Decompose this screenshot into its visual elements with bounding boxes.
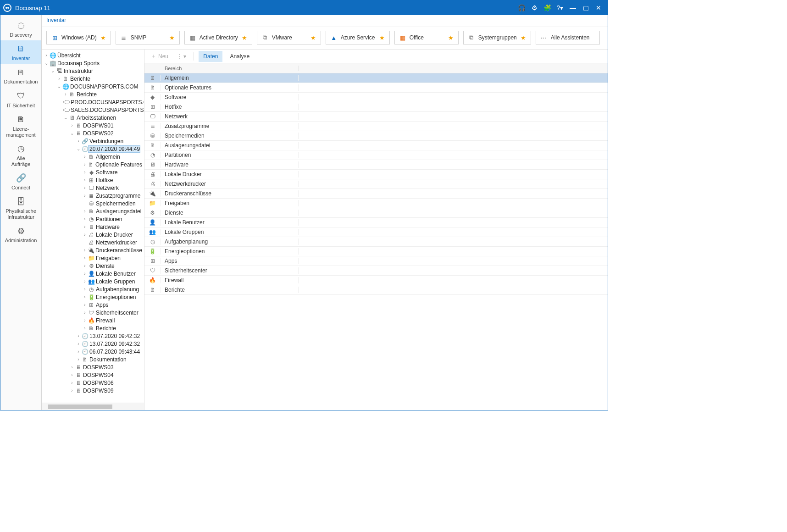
assistant-card-windows-ad[interactable]: ⊞Windows (AD)★ — [46, 31, 111, 44]
assistant-card-vmware[interactable]: ⧉VMware★ — [257, 31, 321, 44]
grid-row[interactable]: 🗎Berichte — [144, 285, 608, 295]
collapse-icon[interactable]: ⌄ — [56, 84, 62, 89]
gear-icon[interactable]: ⚙ — [528, 0, 541, 15]
tree-node[interactable]: ›🗎Allgemein — [44, 153, 144, 161]
tab-analyse[interactable]: Analyse — [225, 51, 254, 62]
tree-node[interactable]: ⌄🌐DOCUSNAPSPORTS.COM — [44, 83, 144, 90]
tree-node[interactable]: ›🖥DOSPWS01 — [44, 122, 144, 129]
tree-node[interactable]: ⌄🖥DOSPWS02 — [44, 129, 144, 137]
grid-row[interactable]: 🛡Sicherheitscenter — [144, 266, 608, 276]
star-icon[interactable]: ★ — [521, 34, 526, 41]
expand-icon[interactable]: › — [82, 193, 88, 198]
tree-node[interactable]: ⌄🕘20.07.2020 09:44:49 — [44, 145, 144, 153]
assistant-card-azure[interactable]: ▲Azure Service★ — [326, 31, 390, 44]
tree-node[interactable]: ›🔌Druckeranschlüsse — [44, 246, 144, 254]
grid-row[interactable]: ◷Aufgabenplanung — [144, 237, 608, 247]
expand-icon[interactable]: › — [82, 216, 88, 222]
nav-item-auftraege[interactable]: ◷Alle Aufträge — [0, 140, 41, 170]
tree-node[interactable]: ›🖥DOSPWS04 — [44, 371, 144, 379]
grid-row[interactable]: 🗎Auslagerungsdatei — [144, 141, 608, 150]
tree-node[interactable]: ›🖥Hardware — [44, 223, 144, 231]
tree-node[interactable]: ›⚙Dienste — [44, 262, 144, 270]
grid-row[interactable]: 👤Lokale Benutzer — [144, 218, 608, 227]
assistant-card-office[interactable]: ▦Office★ — [394, 31, 459, 44]
expand-icon[interactable]: › — [76, 341, 81, 346]
tree-node[interactable]: ›🗎Auslagerungsdatei — [44, 207, 144, 215]
tree-node[interactable]: ⌄🏢Docusnap Sports — [44, 59, 144, 67]
tree-node[interactable]: 🖨Netzwerkdrucker — [44, 238, 144, 246]
tree-node[interactable]: ›◔Partitionen — [44, 215, 144, 223]
tree-node[interactable]: ›🗎Dokumentation — [44, 355, 144, 363]
grid-row[interactable]: ⚙Dienste — [144, 208, 608, 218]
new-button[interactable]: ＋ Neu — [148, 50, 171, 62]
tree-node[interactable]: ›🔥Firewall — [44, 316, 144, 324]
tree-node[interactable]: ›🕘06.07.2020 09:43:44 — [44, 348, 144, 355]
tree-node[interactable]: ›🔋Energieoptionen — [44, 293, 144, 301]
assistant-card-snmp[interactable]: ≣SNMP★ — [116, 31, 180, 44]
tree-horizontal-scrollbar[interactable] — [42, 403, 144, 410]
expand-icon[interactable]: › — [82, 318, 88, 323]
assistant-card-sysgrp[interactable]: ⧉Systemgruppen★ — [463, 31, 531, 44]
grid-row[interactable]: 🖥Hardware — [144, 160, 608, 170]
help-icon[interactable]: ?▾ — [554, 0, 566, 15]
collapse-icon[interactable]: ⌄ — [69, 131, 75, 136]
headset-icon[interactable]: 🎧 — [515, 0, 528, 15]
tree-node[interactable]: ›🖵PROD.DOCUSNAPSPORTS.CO — [44, 98, 144, 106]
tree-node[interactable]: ›📁Freigaben — [44, 254, 144, 262]
tree-node[interactable]: ›🕘13.07.2020 09:42:32 — [44, 340, 144, 348]
tree-node[interactable]: ›🖥DOSPWS03 — [44, 363, 144, 371]
expand-icon[interactable]: › — [76, 357, 81, 362]
tree-node[interactable]: ›🖥DOSPWS09 — [44, 387, 144, 394]
tree-node[interactable]: ⌄🖥Arbeitsstationen — [44, 114, 144, 122]
grid-row[interactable]: ◔Partitionen — [144, 150, 608, 160]
expand-icon[interactable]: › — [82, 302, 88, 307]
tree-node[interactable]: ›🕘13.07.2020 09:42:32 — [44, 332, 144, 340]
expand-icon[interactable]: › — [63, 92, 68, 97]
star-icon[interactable]: ★ — [310, 34, 316, 41]
expand-icon[interactable]: › — [69, 388, 75, 393]
expand-icon[interactable]: › — [82, 279, 88, 284]
star-icon[interactable]: ★ — [242, 34, 247, 41]
expand-icon[interactable]: › — [69, 123, 75, 128]
tree-node[interactable]: ›⊞Hotfixe — [44, 176, 144, 184]
expand-icon[interactable]: › — [82, 162, 88, 167]
expand-icon[interactable]: › — [44, 53, 49, 58]
grid-row[interactable]: 🗎Optionale Features — [144, 83, 608, 93]
more-menu-button[interactable]: ⋮ ▾ — [174, 51, 189, 61]
grid-row[interactable]: 🔥Firewall — [144, 276, 608, 285]
expand-icon[interactable]: › — [82, 170, 88, 175]
tree-node[interactable]: ›🗎Optionale Features — [44, 161, 144, 168]
collapse-icon[interactable]: ⌄ — [50, 68, 55, 73]
nav-item-admin[interactable]: ⚙Administration — [0, 223, 41, 246]
tree-node[interactable]: ›◆Software — [44, 168, 144, 176]
collapse-icon[interactable]: ⌄ — [63, 115, 68, 120]
grid-row[interactable]: ≣Zusatzprogramme — [144, 122, 608, 131]
tree-node[interactable]: ›🔗Verbindungen — [44, 137, 144, 145]
collapse-icon[interactable]: ⌄ — [44, 61, 49, 66]
expand-icon[interactable]: › — [82, 294, 88, 299]
grid-row[interactable]: 📁Freigaben — [144, 199, 608, 208]
tree-node[interactable]: ›🌐Übersicht — [44, 51, 144, 59]
expand-icon[interactable]: › — [69, 380, 75, 385]
tree-node[interactable]: ›🖵SALES.DOCUSNAPSPORTS.CO — [44, 106, 144, 114]
grid-row[interactable]: ⊞Apps — [144, 256, 608, 266]
grid-header-bereich[interactable]: Bereich — [161, 66, 299, 71]
grid-row[interactable]: 🖨Lokale Drucker — [144, 170, 608, 179]
tree-node[interactable]: ›🗎Berichte — [44, 75, 144, 83]
expand-icon[interactable]: › — [82, 185, 88, 190]
expand-icon[interactable]: › — [76, 139, 81, 144]
expand-icon[interactable]: › — [82, 310, 88, 315]
star-icon[interactable]: ★ — [448, 34, 454, 41]
tree-node[interactable]: ›👥Lokale Gruppen — [44, 277, 144, 285]
nav-item-discovery[interactable]: ◌Discovery — [0, 17, 41, 40]
tree-node[interactable]: ›⊞Apps — [44, 301, 144, 309]
detail-grid[interactable]: 🗎Allgemein🗎Optionale Features◆Software⊞H… — [144, 73, 608, 410]
tree-node[interactable]: ›≣Zusatzprogramme — [44, 192, 144, 200]
grid-row[interactable]: 🖵Netzwerk — [144, 112, 608, 122]
minimize-button[interactable]: — — [566, 0, 579, 15]
tree-node[interactable]: ⌄🏗Infrastruktur — [44, 67, 144, 75]
collapse-icon[interactable]: ⌄ — [76, 146, 81, 151]
expand-icon[interactable]: › — [56, 76, 62, 81]
grid-row[interactable]: 🔋Energieoptionen — [144, 247, 608, 256]
tree-node[interactable]: ›◷Aufgabenplanung — [44, 285, 144, 293]
